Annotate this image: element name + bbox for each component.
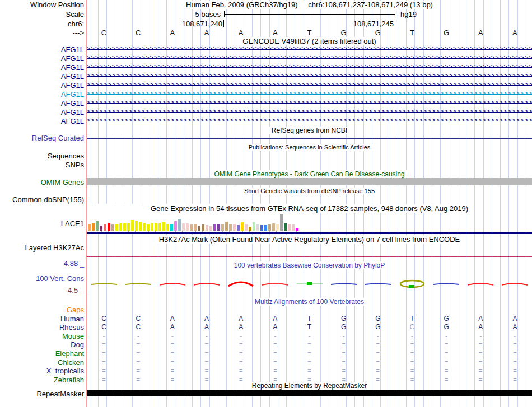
multiz-track-title[interactable]: Multiz Alignments of 100 Vertebrates — [87, 298, 532, 305]
omim-track-title[interactable]: OMIM Gene Phenotypes - Dark Green Can Be… — [87, 171, 532, 177]
gtex-tissue-bar[interactable] — [111, 224, 114, 231]
gtex-tissue-bar[interactable] — [135, 221, 138, 231]
gene-row-label[interactable]: AFG1L — [0, 55, 84, 62]
repeatmasker-bar[interactable] — [87, 390, 532, 396]
gtex-gene-label[interactable]: LACE1 — [0, 220, 84, 227]
gtex-tissue-bar[interactable] — [237, 225, 240, 231]
gtex-tissue-bar[interactable] — [217, 224, 220, 231]
gtex-tissue-bar[interactable] — [268, 224, 271, 231]
common-dbsnp-label[interactable]: Common dbSNP(155) — [0, 196, 84, 203]
gtex-tissue-bar[interactable] — [206, 225, 208, 231]
gtex-tissue-bar[interactable] — [104, 224, 106, 231]
refseq-track-title[interactable]: RefSeq genes from NCBI — [87, 127, 532, 134]
gtex-tissue-bar[interactable] — [253, 222, 255, 231]
gtex-tissue-bar[interactable] — [190, 224, 193, 231]
gene-row-label[interactable]: AFG1L — [0, 82, 84, 89]
multiz-row-label[interactable]: Gaps — [0, 306, 84, 314]
gtex-tissue-bar[interactable] — [115, 224, 118, 231]
gtex-tissue-bar[interactable] — [108, 223, 110, 231]
multiz-row-label[interactable]: Rhesus — [0, 324, 84, 331]
gtex-tissue-bar[interactable] — [131, 220, 134, 231]
gtex-tissue-bar[interactable] — [123, 223, 126, 231]
gene-row[interactable]: >>>>>>>>>>>>>>>>>>>>>>>>>>>>>>>>>>>>>>>>… — [87, 116, 532, 124]
gtex-tissue-bar[interactable] — [143, 223, 146, 231]
gene-row[interactable]: >>>>>>>>>>>>>>>>>>>>>>>>>>>>>>>>>>>>>>>>… — [87, 71, 532, 79]
gtex-tissue-bar[interactable] — [92, 223, 95, 231]
gtex-tissue-bar[interactable] — [264, 225, 267, 231]
gene-row-label[interactable]: AFG1L — [0, 46, 84, 53]
gtex-tissue-bar[interactable] — [292, 224, 295, 231]
gene-row[interactable]: >>>>>>>>>>>>>>>>>>>>>>>>>>>>>>>>>>>>>>>>… — [87, 107, 532, 115]
gene-row[interactable]: >>>>>>>>>>>>>>>>>>>>>>>>>>>>>>>>>>>>>>>>… — [87, 62, 532, 71]
snps-label[interactable]: SNPs — [0, 161, 84, 169]
omim-genes-label[interactable]: OMIM Genes — [0, 179, 84, 186]
gtex-tissue-bar[interactable] — [288, 224, 291, 231]
gtex-tissue-bar[interactable] — [178, 219, 181, 231]
multiz-row-label[interactable]: Zebrafish — [0, 376, 84, 383]
gene-row-label[interactable]: AFG1L — [0, 91, 84, 98]
gtex-tissue-bar[interactable] — [151, 223, 153, 231]
conservation-track-title[interactable]: 100 vertebrates Basewise Conservation by… — [87, 262, 532, 269]
sequences-label[interactable]: Sequences — [0, 152, 84, 160]
gtex-tissue-bar[interactable] — [241, 222, 244, 231]
gtex-tissue-bar[interactable] — [100, 226, 102, 231]
gtex-tissue-bar[interactable] — [119, 223, 122, 231]
gene-row[interactable]: >>>>>>>>>>>>>>>>>>>>>>>>>>>>>>>>>>>>>>>>… — [87, 53, 532, 62]
gtex-tissue-bar[interactable] — [249, 227, 251, 231]
gtex-tissue-bar[interactable] — [225, 222, 228, 231]
gtex-tissue-bar[interactable] — [233, 224, 236, 231]
gtex-tissue-bar[interactable] — [127, 223, 130, 231]
multiz-row-label[interactable]: Dog — [0, 341, 84, 348]
gtex-tissue-bar[interactable] — [280, 214, 283, 231]
gene-row[interactable]: >>>>>>>>>>>>>>>>>>>>>>>>>>>>>>>>>>>>>>>>… — [87, 44, 532, 53]
gtex-tissue-bar[interactable] — [162, 222, 165, 231]
gtex-tissue-bar[interactable] — [202, 224, 204, 231]
refseq-curated-line[interactable] — [87, 138, 532, 139]
gtex-tissue-bar[interactable] — [229, 224, 232, 231]
gene-row[interactable]: >>>>>>>>>>>>>>>>>>>>>>>>>>>>>>>>>>>>>>>>… — [87, 80, 532, 88]
gene-row-label[interactable]: AFG1L — [0, 118, 84, 125]
gtex-tissue-bar[interactable] — [260, 225, 263, 231]
gtex-tissue-bar[interactable] — [194, 224, 197, 231]
multiz-row-label[interactable]: Mouse — [0, 333, 84, 340]
gtex-tissue-bar[interactable] — [174, 221, 177, 231]
strand-arrow-label[interactable]: ---> — [0, 29, 84, 36]
gtex-track-title[interactable]: Gene Expression in 54 tissues from GTEx … — [87, 205, 532, 212]
gtex-tissue-bar[interactable] — [96, 221, 99, 231]
multiz-row-label[interactable]: Chicken — [0, 359, 84, 366]
repeatmasker-label[interactable]: RepeatMasker — [0, 390, 84, 397]
conservation-label[interactable]: 100 Vert. Cons — [0, 275, 84, 282]
gene-row[interactable]: >>>>>>>>>>>>>>>>>>>>>>>>>>>>>>>>>>>>>>>>… — [87, 98, 532, 106]
gtex-tissue-bar[interactable] — [213, 224, 216, 231]
gtex-tissue-bar[interactable] — [88, 224, 91, 231]
gtex-tissue-bar[interactable] — [209, 226, 212, 231]
gene-row-label[interactable]: AFG1L — [0, 73, 84, 80]
gtex-tissue-bar[interactable] — [276, 224, 279, 231]
gene-row[interactable]: >>>>>>>>>>>>>>>>>>>>>>>>>>>>>>>>>>>>>>>>… — [87, 89, 532, 97]
gtex-tissue-bar[interactable] — [198, 226, 200, 231]
gtex-tissue-bar[interactable] — [158, 223, 161, 231]
refseq-curated-label[interactable]: RefSeq Curated — [0, 134, 84, 142]
layered-h3k27ac-label[interactable]: Layered H3K27Ac — [0, 244, 84, 251]
gtex-tissue-bar[interactable] — [170, 224, 173, 231]
h3k27ac-track-title[interactable]: H3K27Ac Mark (Often Found Near Active Re… — [87, 236, 532, 243]
gene-row-label[interactable]: AFG1L — [0, 100, 84, 107]
gtex-tissue-bar[interactable] — [284, 223, 287, 231]
multiz-row-label[interactable]: X_tropicalis — [0, 367, 84, 375]
dbsnp-track-title[interactable]: Short Genetic Variants from dbSNP releas… — [87, 188, 532, 194]
gtex-tissue-bar[interactable] — [139, 222, 142, 231]
gtex-tissue-bar[interactable] — [186, 223, 189, 231]
multiz-row-label[interactable]: Elephant — [0, 350, 84, 357]
gtex-tissue-bar[interactable] — [256, 224, 259, 231]
gtex-tissue-bar[interactable] — [166, 224, 169, 231]
gtex-tissue-bar[interactable] — [147, 224, 150, 231]
gtex-tissue-bar[interactable] — [245, 224, 248, 231]
multiz-row-label[interactable]: Human — [0, 315, 84, 322]
publications-track-title[interactable]: Publications: Sequences in Scientific Ar… — [87, 144, 532, 151]
repeatmasker-track-title[interactable]: Repeating Elements by RepeatMasker — [87, 382, 532, 389]
gtex-tissue-bar[interactable] — [182, 223, 185, 231]
gtex-tissue-bar[interactable] — [272, 223, 275, 231]
gene-row-label[interactable]: AFG1L — [0, 109, 84, 116]
omim-genes-bar[interactable] — [87, 178, 532, 185]
gtex-tissue-bar[interactable] — [155, 223, 157, 231]
